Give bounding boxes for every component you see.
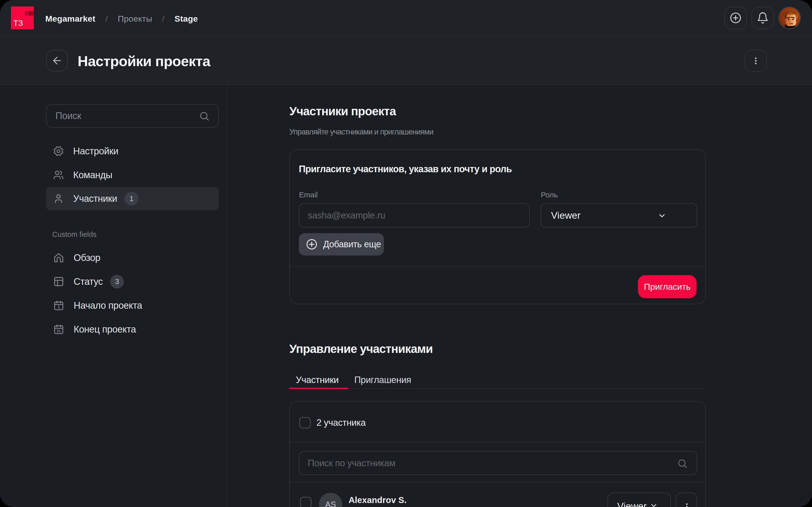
svg-text:31: 31	[57, 329, 61, 333]
svg-text:1: 1	[57, 305, 60, 309]
